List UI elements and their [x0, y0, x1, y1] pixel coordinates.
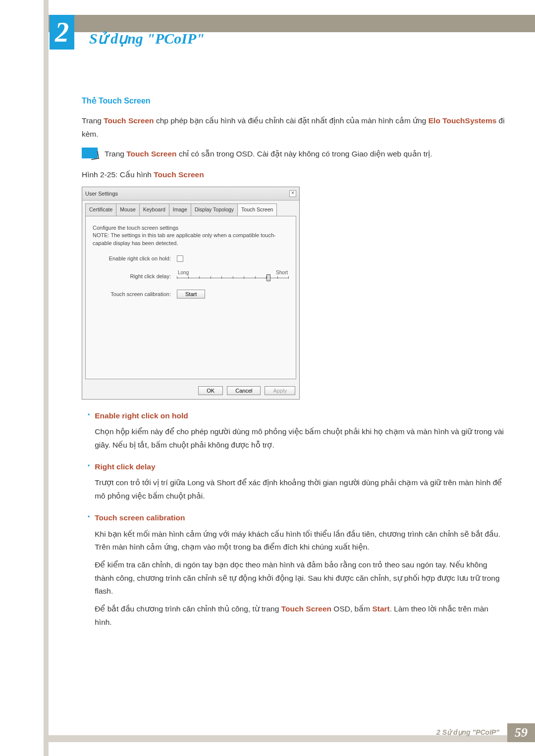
- label-enable-right-click: Enable right click on hold:: [93, 254, 177, 263]
- bullet-text: Để bắt đầu chương trình căn chỉnh thủ cô…: [95, 603, 505, 629]
- label-right-click-delay: Right click delay:: [93, 272, 177, 281]
- row-right-click-delay: Right click delay: Long Short: [93, 268, 289, 285]
- slider-right-click-delay[interactable]: Long Short: [177, 268, 289, 285]
- user-settings-dialog: User Settings × CertificateMouseKeyboard…: [82, 187, 300, 400]
- term-touch-screen: Touch Screen: [104, 116, 154, 125]
- text: chỉ có sẵn trong OSD. Cài đặt này không …: [177, 150, 432, 158]
- page-number: 59: [507, 723, 535, 742]
- bullet-item: •Touch screen calibrationKhi bạn kết mối…: [82, 511, 505, 634]
- tab-keyboard[interactable]: Keyboard: [139, 203, 169, 216]
- bullet-text: Chọn hộp kiểm này để cho phép người dùng…: [95, 425, 505, 452]
- term-touch-screen: Touch Screen: [126, 150, 176, 158]
- dialog-titlebar: User Settings ×: [82, 187, 299, 201]
- section-heading: Thẻ Touch Screen: [82, 94, 505, 107]
- side-stripe: [44, 0, 49, 756]
- slider-ticks: [177, 276, 289, 279]
- bullet-title: Enable right click on hold: [95, 409, 505, 422]
- slider-thumb[interactable]: [267, 274, 270, 281]
- bullet-title: Touch screen calibration: [95, 511, 505, 524]
- bullet-text: Khi bạn kết mối màn hình cảm ứng với máy…: [95, 528, 505, 554]
- text: chp phép bạn cấu hình và điều chỉnh cài …: [154, 116, 428, 125]
- bullet-dot-icon: •: [88, 409, 90, 456]
- apply-button[interactable]: Apply: [265, 386, 295, 395]
- bullet-text: Để kiểm tra căn chỉnh, di ngón tay bạn d…: [95, 558, 505, 598]
- text: Trang: [105, 150, 126, 158]
- bullet-body: Right click delayTrượt con trỏ tới vị tr…: [95, 460, 505, 507]
- page-footer: 2 Sử dụng "PCoIP" 59: [0, 723, 535, 741]
- slider-label-long: Long: [178, 268, 189, 277]
- page-header: 2 Sử dụng "PCoIP": [0, 15, 535, 50]
- term-elo: Elo TouchSystems: [428, 116, 497, 125]
- text: Hình 2-25: Cấu hình: [82, 170, 154, 179]
- footer-accent: [49, 735, 535, 742]
- panel-description: Configure the touch screen settings NOTE…: [93, 224, 289, 247]
- tab-display-topology[interactable]: Display Topology: [191, 203, 238, 216]
- slider-label-short: Short: [276, 268, 288, 277]
- cancel-button[interactable]: Cancel: [227, 386, 261, 395]
- bullet-dot-icon: •: [88, 511, 90, 634]
- slider-track[interactable]: [177, 278, 289, 285]
- note-block: Trang Touch Screen chỉ có sẵn trong OSD.…: [82, 148, 505, 160]
- start-button[interactable]: Start: [177, 290, 205, 299]
- tab-certificate[interactable]: Certificate: [85, 203, 116, 216]
- chapter-title: Sử dụng "PCoIP": [89, 30, 205, 47]
- bullet-body: Enable right click on holdChọn hộp kiểm …: [95, 409, 505, 456]
- bullet-item: •Enable right click on holdChọn hộp kiểm…: [82, 409, 505, 456]
- text: NOTE: The settings in this tab are appli…: [93, 232, 289, 247]
- tab-panel-touch-screen: Configure the touch screen settings NOTE…: [85, 216, 296, 379]
- bullet-body: Touch screen calibrationKhi bạn kết mối …: [95, 511, 505, 634]
- checkbox-enable-right-click[interactable]: [177, 255, 183, 262]
- tab-image[interactable]: Image: [169, 203, 191, 216]
- row-calibration: Touch screen calibration: Start: [93, 290, 289, 299]
- ok-button[interactable]: OK: [198, 386, 223, 395]
- intro-paragraph: Trang Touch Screen chp phép bạn cấu hình…: [82, 114, 505, 141]
- dialog-title: User Settings: [85, 189, 118, 199]
- tabs: CertificateMouseKeyboardImageDisplay Top…: [82, 201, 299, 216]
- content-body: Thẻ Touch Screen Trang Touch Screen chp …: [82, 94, 505, 638]
- bullet-dot-icon: •: [88, 460, 90, 507]
- note-icon: [82, 148, 98, 158]
- text: Configure the touch screen settings: [93, 224, 289, 232]
- tab-mouse[interactable]: Mouse: [116, 203, 140, 216]
- term-touch-screen: Touch Screen: [281, 605, 331, 613]
- note-text: Trang Touch Screen chỉ có sẵn trong OSD.…: [105, 148, 432, 160]
- close-icon[interactable]: ×: [289, 190, 296, 197]
- label-calibration: Touch screen calibration:: [93, 290, 177, 299]
- chapter-number: 2: [50, 15, 74, 50]
- row-enable-right-click: Enable right click on hold:: [93, 254, 289, 263]
- term-touch-screen: Touch Screen: [154, 170, 204, 179]
- term-start: Start: [372, 605, 389, 613]
- text: Trang: [82, 116, 104, 125]
- tab-touch-screen[interactable]: Touch Screen: [237, 203, 277, 216]
- bullet-item: •Right click delayTrượt con trỏ tới vị t…: [82, 460, 505, 507]
- figure-caption: Hình 2-25: Cấu hình Touch Screen: [82, 168, 505, 181]
- bullet-list: •Enable right click on holdChọn hộp kiểm…: [82, 409, 505, 634]
- bullet-title: Right click delay: [95, 460, 505, 473]
- bullet-text: Trượt con trỏ tới vị trí giữa Long và Sh…: [95, 476, 505, 503]
- footer-chapter-label: 2 Sử dụng "PCoIP": [436, 728, 499, 736]
- dialog-button-row: OK Cancel Apply: [82, 382, 299, 399]
